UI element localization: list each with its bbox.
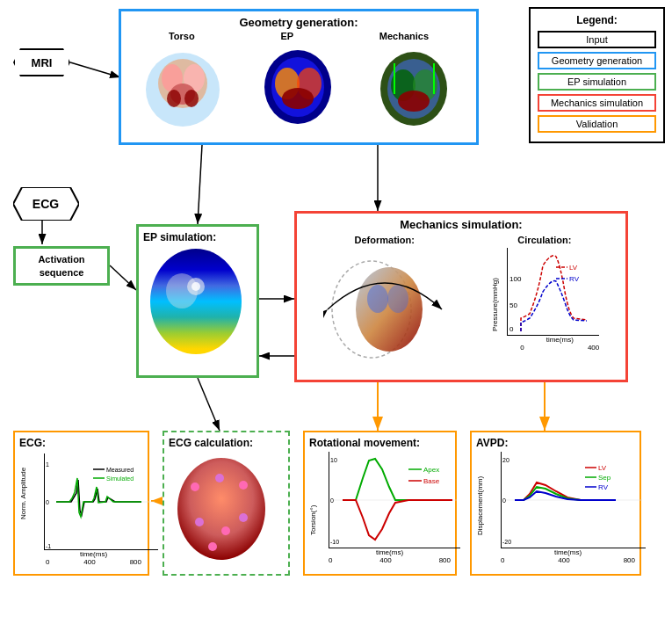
geo-mechanics-image [370,46,458,134]
ecg-input-container: ECG [13,187,79,222]
svg-text:100: 100 [509,275,522,283]
svg-text:-1: -1 [46,543,51,549]
deformation-title: Deformation: [355,235,415,245]
avpd-box: AVPD: Displacement(mm) 20 0 -20 [470,431,641,576]
circ-x-label: time(ms) [520,336,599,344]
svg-point-58 [177,458,265,560]
svg-point-62 [195,518,204,526]
svg-point-60 [215,474,224,483]
avpd-y-label: Displacement(mm) [476,452,484,535]
svg-text:RV: RV [598,483,609,491]
svg-line-2 [70,62,120,77]
svg-point-65 [208,542,217,551]
svg-text:-10: -10 [330,539,339,545]
ecg-calculation-box: ECG calculation: [163,431,290,576]
ecg-x-ticks: 0400800 [44,558,143,566]
svg-text:Simulated: Simulated [106,475,134,482]
svg-point-40 [356,267,423,352]
circ-chart: 0 50 100 LV RV [507,248,599,336]
ecg-calc-title: ECG calculation: [169,437,284,449]
legend-mechanics: Mechanics simulation [538,94,656,112]
ep-simulation-box: EP simulation: [136,224,259,378]
geometry-images [126,41,472,138]
svg-text:0: 0 [509,325,514,333]
geo-label-mechanics: Mechanics [379,31,429,41]
ecg-x-label: time(ms) [44,550,143,558]
circ-y-label: Pressure(mmHg) [491,252,499,331]
svg-point-25 [282,88,314,109]
svg-text:Base: Base [423,477,440,485]
svg-text:LV: LV [569,264,578,272]
svg-point-42 [387,285,408,313]
svg-text:0: 0 [502,497,506,504]
geometry-box: Geometry generation: Torso EP Mechanics [119,9,479,145]
mechanics-content: Deformation: [301,235,621,371]
geo-ep-image [255,46,343,134]
ecg-output-title: ECG: [19,437,143,449]
activation-label: Activationsequence [38,253,84,279]
svg-point-35 [150,249,242,354]
svg-text:Sep: Sep [598,474,611,482]
diagram-container: MRI Legend: Input Geometry generation EP… [0,0,672,624]
svg-text:LV: LV [598,464,607,472]
svg-text:Apex: Apex [423,466,439,474]
svg-point-30 [398,91,430,112]
rot-title: Rotational movement: [309,437,451,449]
circulation-title: Circulation: [517,235,571,245]
legend-geometry: Geometry generation [538,52,656,69]
ecg-chart: -1 0 1 Measured Simulated [44,453,158,550]
activation-box: Activationsequence [13,246,110,286]
legend-title: Legend: [538,14,656,26]
svg-text:ECG: ECG [33,197,59,211]
legend-ep: EP simulation [538,73,656,91]
avpd-title: AVPD: [476,437,635,449]
legend-validation: Validation [538,115,656,133]
avpd-x-label: time(ms) [501,548,635,556]
svg-line-3 [198,145,202,224]
geometry-sublabels: Torso EP Mechanics [126,31,472,41]
mri-label: MRI [32,56,53,69]
geometry-title: Geometry generation: [126,16,472,29]
svg-text:20: 20 [502,457,509,463]
legend-input: Input [538,31,656,48]
rotational-movement-box: Rotational movement: Torsion(°) 10 0 -10 [303,431,457,576]
mechanics-deformation: Deformation: [323,235,446,371]
avpd-chart: 20 0 -20 LV Sep RV [501,452,646,548]
svg-text:Measured: Measured [106,467,134,473]
rot-x-ticks: 0400800 [329,556,451,564]
geo-torso-image [140,46,228,134]
svg-point-20 [184,90,199,107]
rot-y-label: Torsion(°) [309,452,317,535]
mechanics-simulation-box: Mechanics simulation: Deformation: [294,211,628,382]
geo-label-ep: EP [280,31,293,41]
svg-text:RV: RV [569,275,580,283]
svg-point-59 [191,483,199,491]
svg-point-63 [221,526,230,535]
svg-text:1: 1 [46,461,49,468]
mechanics-title: Mechanics simulation: [301,218,621,231]
svg-text:0: 0 [46,499,49,505]
svg-line-9 [198,378,220,431]
svg-text:0: 0 [330,497,334,504]
rot-x-label: time(ms) [329,548,451,556]
ecg-y-label: Norm. Amplitude [19,453,27,533]
svg-point-38 [191,282,200,291]
ep-title: EP simulation: [143,231,252,243]
rot-chart: 10 0 -10 Apex Base [329,452,460,548]
geo-label-torso: Torso [169,31,195,41]
svg-point-64 [239,513,248,522]
svg-point-41 [367,285,388,313]
circ-x-ticks: 0400 [520,344,599,352]
svg-text:-20: -20 [502,539,511,545]
svg-line-6 [110,265,136,290]
ecg-output-box: ECG: Norm. Amplitude -1 0 1 M [13,431,149,576]
avpd-x-ticks: 0400800 [501,556,635,564]
svg-point-61 [239,481,248,490]
svg-text:10: 10 [330,457,337,463]
mri-box: MRI [13,48,70,76]
svg-point-19 [167,90,181,107]
mechanics-circulation: Circulation: Pressure(mmHg) 0 50 100 [489,235,599,352]
legend-box: Legend: Input Geometry generation EP sim… [529,7,665,143]
svg-text:50: 50 [509,301,517,309]
